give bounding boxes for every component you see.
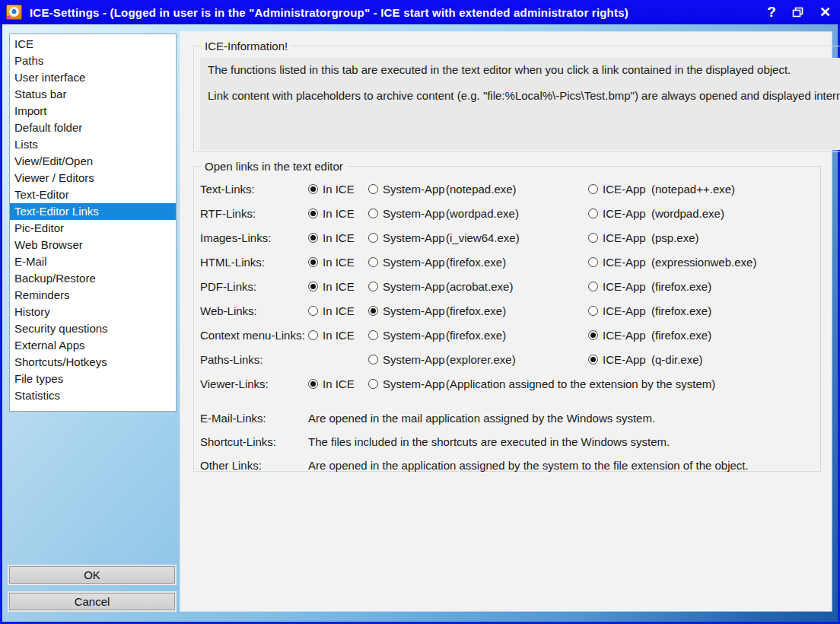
restore-icon[interactable] — [792, 7, 803, 18]
link-row: HTML-Links:In ICESystem-App(firefox.exe)… — [200, 250, 814, 274]
ice-app-name: (firefox.exe) — [651, 304, 814, 317]
radio-ice-app[interactable] — [588, 233, 598, 243]
link-row: Paths-Links:System-App(explorer.exe)ICE-… — [200, 347, 814, 371]
radio-label-system-app: System-App — [383, 231, 445, 244]
cancel-button[interactable]: Cancel — [9, 593, 175, 610]
option-cell-ice-app: ICE-App — [588, 207, 651, 220]
radio-system-app[interactable] — [368, 257, 378, 267]
close-icon[interactable]: ✕ — [819, 5, 831, 19]
sidebar-item-paths[interactable]: Paths — [10, 53, 176, 69]
link-info-row: Other Links:Are opened in the applicatio… — [200, 454, 814, 477]
option-cell-ice-app: ICE-App — [588, 304, 651, 317]
ice-app-name: (expressionweb.exe) — [651, 256, 814, 269]
sidebar-item-web-browser[interactable]: Web Browser — [10, 237, 176, 253]
radio-label-in-ice: In ICE — [323, 183, 355, 196]
radio-ice-app[interactable] — [588, 257, 598, 267]
ice-information-group: ICE-Information! The functions listed in… — [193, 40, 840, 152]
link-info-label: E-Mail-Links: — [200, 412, 308, 425]
sidebar-item-shortcuts-hotkeys[interactable]: Shortcuts/Hotkeys — [10, 354, 176, 371]
radio-ice-app[interactable] — [588, 330, 598, 340]
radio-in-ice[interactable] — [308, 233, 318, 243]
radio-ice-app[interactable] — [588, 184, 598, 194]
sidebar-item-text-editor-links[interactable]: Text-Editor Links — [10, 203, 176, 220]
settings-window: ICE-Settings - (Logged in user is in the… — [0, 0, 840, 624]
link-info-row: E-Mail-Links:Are opened in the mail appl… — [200, 406, 814, 430]
radio-label-system-app: System-App — [383, 377, 445, 390]
link-row: Text-Links:In ICESystem-App(notepad.exe)… — [200, 177, 814, 201]
radio-in-ice[interactable] — [308, 330, 318, 340]
radio-ice-app[interactable] — [588, 282, 598, 291]
option-cell-system-app: System-App — [368, 353, 446, 366]
sidebar-item-reminders[interactable]: Reminders — [10, 287, 176, 304]
radio-system-app[interactable] — [368, 184, 378, 194]
sidebar-item-default-folder[interactable]: Default folder — [10, 119, 176, 136]
sidebar-item-statistics[interactable]: Statistics — [10, 387, 176, 404]
ok-button[interactable]: OK — [9, 566, 175, 584]
radio-label-system-app: System-App — [383, 207, 445, 220]
link-row: Web-Links:In ICESystem-App(firefox.exe)I… — [200, 298, 814, 323]
link-rows: Text-Links:In ICESystem-App(notepad.exe)… — [200, 173, 814, 396]
radio-label-system-app: System-App — [383, 353, 445, 366]
sidebar-item-e-mail[interactable]: E-Mail — [10, 253, 176, 270]
system-app-name: (firefox.exe) — [446, 304, 588, 317]
ice-app-name: (q-dir.exe) — [651, 353, 814, 366]
radio-ice-app[interactable] — [588, 306, 598, 316]
sidebar-item-history[interactable]: History — [10, 304, 176, 320]
radio-in-ice[interactable] — [308, 209, 318, 218]
sidebar-item-import[interactable]: Import — [10, 103, 176, 119]
radio-ice-app[interactable] — [588, 355, 598, 365]
sidebar-item-ice[interactable]: ICE — [10, 36, 176, 53]
sidebar-item-security-questions[interactable]: Security questions — [10, 320, 176, 337]
option-cell-in-ice: In ICE — [308, 304, 368, 317]
radio-label-system-app: System-App — [383, 304, 445, 317]
radio-in-ice[interactable] — [308, 184, 318, 194]
radio-system-app[interactable] — [368, 209, 378, 218]
link-row: RTF-Links:In ICESystem-App(wordpad.exe)I… — [200, 201, 814, 225]
radio-system-app[interactable] — [368, 233, 378, 243]
link-row: Context menu-Links:In ICESystem-App(fire… — [200, 323, 814, 347]
sidebar-item-viewer-editors[interactable]: Viewer / Editors — [10, 170, 176, 186]
option-cell-system-app: System-App — [368, 231, 446, 244]
option-cell-in-ice: In ICE — [308, 377, 368, 390]
sidebar-item-view-edit-open[interactable]: View/Edit/Open — [10, 153, 176, 170]
link-row-label: Context menu-Links: — [200, 329, 308, 342]
title-bar[interactable]: ICE-Settings - (Logged in user is in the… — [0, 0, 840, 24]
radio-system-app[interactable] — [368, 379, 378, 389]
link-row-label: RTF-Links: — [200, 207, 308, 220]
radio-label-ice-app: ICE-App — [603, 207, 646, 220]
radio-label-ice-app: ICE-App — [603, 183, 646, 196]
sidebar-item-file-types[interactable]: File types — [10, 371, 176, 387]
radio-system-app[interactable] — [368, 282, 378, 291]
radio-in-ice[interactable] — [308, 379, 318, 389]
sidebar-item-lists[interactable]: Lists — [10, 136, 176, 153]
radio-system-app[interactable] — [368, 306, 378, 316]
radio-ice-app[interactable] — [588, 209, 598, 218]
link-row-label: Web-Links: — [200, 304, 308, 317]
option-cell-ice-app: ICE-App — [588, 256, 651, 269]
radio-system-app[interactable] — [368, 330, 378, 340]
system-app-name: (explorer.exe) — [446, 353, 588, 366]
radio-label-in-ice: In ICE — [323, 377, 355, 390]
sidebar-item-pic-editor[interactable]: Pic-Editor — [10, 220, 176, 237]
window-title: ICE-Settings - (Logged in user is in the… — [30, 6, 767, 19]
ice-information-title: ICE-Information! — [202, 40, 291, 53]
radio-in-ice[interactable] — [308, 306, 318, 316]
ice-app-name: (firefox.exe) — [651, 329, 814, 342]
help-icon[interactable]: ? — [767, 5, 776, 19]
ice-app-name: (wordpad.exe) — [651, 207, 814, 220]
sidebar-item-status-bar[interactable]: Status bar — [10, 86, 176, 103]
sidebar-item-backup-restore[interactable]: Backup/Restore — [10, 270, 176, 287]
sidebar-item-external-apps[interactable]: External Apps — [10, 337, 176, 354]
sidebar-item-text-editor[interactable]: Text-Editor — [10, 186, 176, 203]
radio-in-ice[interactable] — [308, 257, 318, 267]
open-links-title: Open links in the text editor — [202, 160, 346, 173]
info-text-box: The functions listed in this tab are exe… — [200, 58, 840, 150]
option-cell-system-app: System-App — [368, 377, 446, 390]
link-row-label: Paths-Links: — [200, 353, 308, 366]
system-app-name: (Application assigned to the extension b… — [446, 377, 588, 390]
radio-in-ice[interactable] — [308, 282, 318, 291]
sidebar-item-user-interface[interactable]: User interface — [10, 69, 176, 86]
radio-system-app[interactable] — [368, 355, 378, 365]
link-info-rows: E-Mail-Links:Are opened in the mail appl… — [200, 406, 814, 477]
radio-label-ice-app: ICE-App — [603, 231, 646, 244]
